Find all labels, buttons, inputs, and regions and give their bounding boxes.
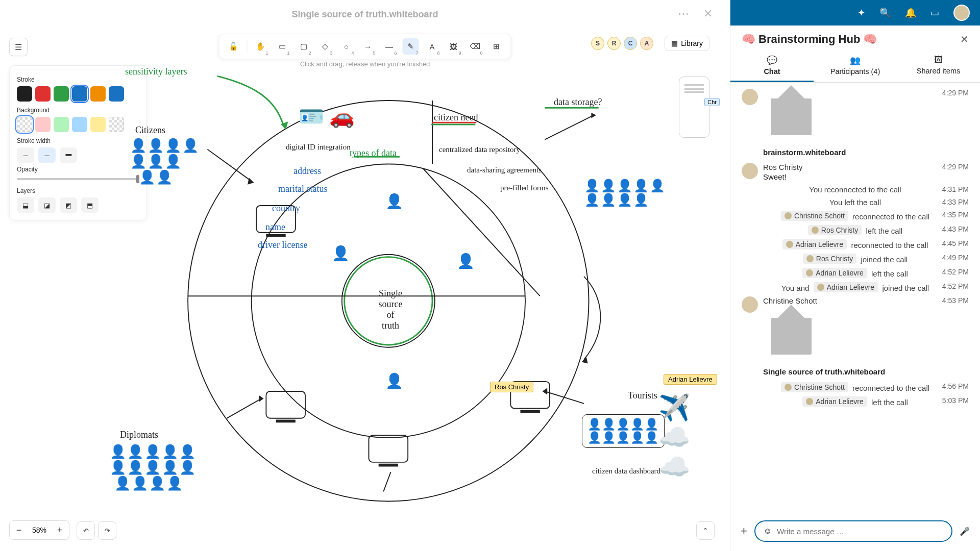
lock-tool[interactable]: 🔓 — [226, 38, 242, 55]
layer-backward[interactable]: ◪ — [38, 197, 56, 213]
sparkle-icon[interactable]: ✦ — [857, 7, 865, 18]
rect-tool[interactable]: ▢2 — [296, 38, 312, 55]
participant-bubble[interactable]: S — [591, 37, 604, 50]
close-chat-icon[interactable]: ✕ — [960, 33, 969, 45]
toolbar: 🔓 ✋1 ▭1 ▢2 ◇3 ○4 →5 —6 ✎7 A8 🖼9 ⌫0 ⊞ — [219, 34, 511, 59]
svg-line-8 — [545, 115, 594, 140]
more-icon[interactable]: ⋯ — [678, 7, 689, 20]
zoom-value: 58% — [28, 526, 51, 534]
user-avatar[interactable] — [953, 5, 970, 21]
pencil-tool[interactable]: ✎7 — [403, 38, 419, 55]
tab-participants[interactable]: 👥Participants (4) — [814, 51, 897, 82]
svg-rect-27 — [369, 435, 408, 462]
svg-marker-13 — [259, 395, 264, 402]
image-tool[interactable]: 🖼9 — [446, 38, 462, 55]
chat-panel: ✦ 🔍 🔔 ▭ 🧠 Brainstorming Hub 🧠 ✕ 💬Chat 👥P… — [730, 0, 980, 551]
close-canvas-icon[interactable]: ✕ — [703, 7, 713, 20]
circle-tool[interactable]: ○4 — [338, 38, 355, 55]
svg-marker-9 — [591, 113, 596, 118]
svg-rect-22 — [266, 234, 285, 237]
svg-marker-15 — [543, 388, 548, 394]
zoom-out[interactable]: − — [10, 521, 28, 539]
center-label: Singlesourceoftruth — [368, 288, 413, 331]
participant-bubble[interactable]: C — [624, 37, 637, 50]
stroke-color-swatch[interactable] — [17, 86, 32, 102]
dashboard-label: citizen data dashboard — [592, 467, 660, 475]
layer-back[interactable]: ⬓ — [17, 197, 34, 213]
menu-button[interactable]: ☰ — [9, 38, 28, 56]
need-label: citizen need — [434, 112, 478, 123]
tourists-label: Tourists — [628, 390, 657, 401]
marital-label: marital status — [278, 184, 327, 194]
minimap[interactable] — [679, 77, 709, 138]
svg-rect-26 — [276, 420, 296, 423]
stroke-color-swatch[interactable] — [54, 86, 69, 102]
people-icon: 👥 — [814, 55, 897, 66]
license-label: driver license — [258, 240, 307, 251]
chat-icon: 💬 — [730, 55, 814, 66]
hand-tool[interactable]: ✋1 — [253, 38, 269, 55]
svg-line-29 — [383, 472, 390, 491]
sharing-label: data-sharing agreements — [467, 166, 542, 174]
stroke-thin[interactable]: ─ — [17, 147, 34, 163]
folder-icon: 🖼 — [897, 55, 980, 65]
storage-label: data storage? — [554, 97, 602, 108]
zoom-in[interactable]: + — [51, 521, 69, 539]
name-label: name — [265, 222, 285, 233]
chat-messages[interactable]: 4:29 PMbrainstorm.whiteboardRos ChristyS… — [730, 83, 980, 515]
participant-bubble[interactable]: R — [607, 37, 621, 50]
cursor-adrian: Adrian Lelievre — [664, 374, 717, 385]
eraser-tool[interactable]: ⌫0 — [467, 38, 483, 55]
svg-line-10 — [207, 149, 251, 181]
types-label: types of data — [350, 148, 397, 159]
chat-tabs: 💬Chat 👥Participants (4) 🖼Shared items — [730, 51, 980, 83]
line-tool[interactable]: —6 — [381, 38, 398, 55]
stroke-thick[interactable]: ━ — [60, 147, 77, 163]
bg-color-swatch[interactable] — [17, 117, 32, 132]
tab-chat[interactable]: 💬Chat — [730, 51, 814, 82]
cursor-ros: Ros Christy — [490, 382, 533, 392]
message-field[interactable] — [777, 527, 943, 536]
contacts-icon[interactable]: ▭ — [930, 7, 939, 18]
stroke-med[interactable]: ─ — [38, 147, 56, 163]
participant-bubble[interactable]: A — [640, 37, 653, 50]
zoom-control: − 58% + — [9, 520, 69, 540]
address-label: address — [293, 166, 321, 177]
chat-input[interactable]: ☺ — [754, 520, 952, 542]
svg-rect-24 — [520, 410, 540, 413]
forms-label: pre-filled forms — [500, 184, 549, 192]
diamond-tool[interactable]: ◇3 — [317, 38, 333, 55]
arrow-tool[interactable]: →5 — [360, 38, 376, 55]
bell-icon[interactable]: 🔔 — [905, 7, 916, 18]
whiteboard-canvas[interactable]: Single source of truth.whiteboard ⋯ ✕ ☰ … — [0, 0, 730, 551]
minimap-cursor: Chr — [704, 98, 720, 106]
bg-color-swatch[interactable] — [35, 117, 51, 132]
bg-color-swatch[interactable] — [54, 117, 69, 132]
library-button[interactable]: ▤Library — [665, 36, 709, 51]
text-tool[interactable]: A8 — [424, 38, 440, 55]
digitalid-label: digital ID integration — [286, 143, 351, 152]
attach-button[interactable]: + — [741, 524, 747, 538]
app-topbar: ✦ 🔍 🔔 ▭ — [730, 0, 980, 26]
chat-title: 🧠 Brainstorming Hub 🧠 — [742, 33, 877, 46]
emoji-icon[interactable]: ☺ — [764, 527, 772, 536]
svg-line-14 — [545, 391, 584, 404]
diplomats-label: Diplomats — [120, 430, 158, 440]
stroke-color-swatch[interactable] — [35, 86, 51, 102]
sensitivity-label: sensitivity layers — [125, 66, 187, 77]
book-icon: ▤ — [671, 39, 678, 47]
layer-forward[interactable]: ◩ — [60, 197, 77, 213]
mic-icon[interactable]: 🎤 — [960, 527, 970, 536]
select-tool[interactable]: ▭1 — [274, 38, 290, 55]
country-label: country — [272, 203, 300, 214]
svg-line-12 — [227, 398, 261, 418]
citizens-label: Citizens — [135, 125, 165, 136]
tab-shared[interactable]: 🖼Shared items — [897, 51, 980, 82]
participant-avatars: SRCA — [591, 37, 653, 50]
canvas-title: Single source of truth.whiteboard — [291, 9, 438, 20]
svg-rect-28 — [379, 464, 398, 467]
repo-label: centralized data repository — [439, 145, 520, 154]
drawing-content: Singlesourceoftruth Citizens Diplomats T… — [77, 66, 720, 531]
frame-tool[interactable]: ⊞ — [488, 38, 505, 55]
search-icon[interactable]: 🔍 — [879, 7, 891, 18]
